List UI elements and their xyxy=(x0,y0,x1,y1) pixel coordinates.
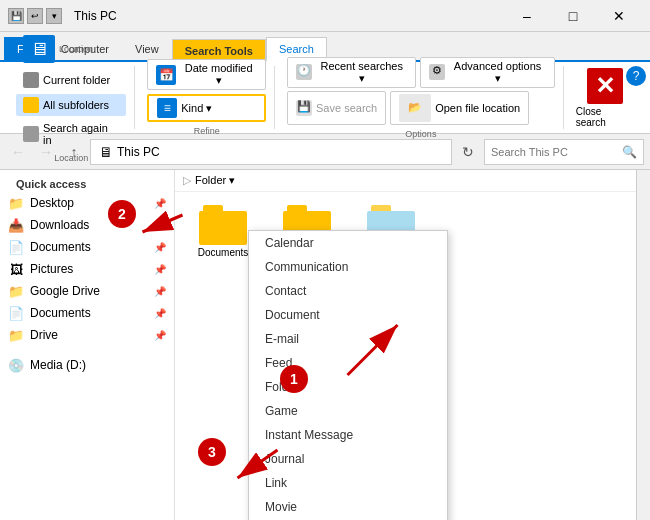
quick-access-header: Quick access xyxy=(0,174,174,192)
scrollbar-vertical[interactable] xyxy=(636,170,650,520)
title-bar-left: 💾 ↩ ▾ This PC xyxy=(8,8,117,24)
sidebar-item-documents[interactable]: 📄 Documents 📌 xyxy=(0,236,174,258)
window-title: This PC xyxy=(74,9,117,23)
file-area-header: ▷ Folder ▾ xyxy=(175,170,636,192)
pin-icon: 📌 xyxy=(154,198,166,209)
options-label: Options xyxy=(405,129,436,139)
dropdown-item-document[interactable]: Document xyxy=(249,303,447,327)
dropdown-item-contact[interactable]: Contact xyxy=(249,279,447,303)
search-bar: 🔍 xyxy=(484,139,644,165)
window-controls: – □ ✕ xyxy=(504,0,642,32)
dropdown-item-movie[interactable]: Movie xyxy=(249,495,447,519)
googledrive-icon: 📁 xyxy=(8,283,24,299)
pin-icon-downloads: 📌 xyxy=(154,220,166,231)
sidebar-item-desktop[interactable]: 📁 Desktop 📌 xyxy=(0,192,174,214)
downloads-icon: 📥 xyxy=(8,217,24,233)
address-bar[interactable]: 🖥 This PC xyxy=(90,139,452,165)
undo-icon[interactable]: ↩ xyxy=(27,8,43,24)
quick-access-toolbar: 💾 ↩ ▾ xyxy=(8,8,62,24)
pin-icon-pics: 📌 xyxy=(154,264,166,275)
dropdown-item-folder[interactable]: Folder xyxy=(249,375,447,399)
sidebar-item-documents2[interactable]: 📄 Documents 📌 xyxy=(0,302,174,324)
dropdown-icon[interactable]: ▾ xyxy=(46,8,62,24)
sidebar-item-pictures[interactable]: 🖼 Pictures 📌 xyxy=(0,258,174,280)
calendar-icon: 📅 xyxy=(156,65,176,85)
current-folder-icon xyxy=(23,72,39,88)
search-icon: 🔍 xyxy=(622,145,637,159)
dropdown-item-calendar[interactable]: Calendar xyxy=(249,231,447,255)
dropdown-item-link[interactable]: Link xyxy=(249,471,447,495)
desktop-icon: 📁 xyxy=(8,195,24,211)
save-icon[interactable]: 💾 xyxy=(8,8,24,24)
search-input[interactable] xyxy=(491,146,618,158)
ribbon-group-options: 🕐 Recent searches ▾ ⚙ Advanced options ▾… xyxy=(279,66,564,129)
location-group-label: Location xyxy=(54,153,88,163)
recent-icon: 🕐 xyxy=(296,64,312,80)
dropdown-item-email[interactable]: E-mail xyxy=(249,327,447,351)
kind-icon: ≡ xyxy=(157,98,177,118)
this-pc-label: Location xyxy=(59,44,93,54)
documents2-icon: 📄 xyxy=(8,305,24,321)
open-folder-icon: 📂 xyxy=(399,94,431,122)
recent-searches-btn[interactable]: 🕐 Recent searches ▾ xyxy=(287,57,416,88)
this-pc-btn[interactable]: 🖥 Location xyxy=(16,32,126,66)
all-subfolders-icon xyxy=(23,97,39,113)
ribbon-content: 🖥 Location Current folder All subfolders… xyxy=(0,62,650,134)
help-btn[interactable]: ? xyxy=(626,66,646,86)
dropdown-item-instantmessage[interactable]: Instant Message xyxy=(249,423,447,447)
search-again-icon xyxy=(23,126,39,142)
title-bar: 💾 ↩ ▾ This PC – □ ✕ xyxy=(0,0,650,32)
this-pc-icon: 🖥 xyxy=(23,35,55,63)
dropdown-item-journal[interactable]: Journal xyxy=(249,447,447,471)
open-file-location-btn[interactable]: 📂 Open file location xyxy=(390,91,529,125)
drive-icon: 📁 xyxy=(8,327,24,343)
kind-dropdown: Calendar Communication Contact Document … xyxy=(248,230,448,520)
pin-icon-drive: 📌 xyxy=(154,330,166,341)
pictures-icon: 🖼 xyxy=(8,261,24,277)
close-button[interactable]: ✕ xyxy=(596,0,642,32)
close-search-icon: ✕ xyxy=(587,68,623,104)
refine-label: Refine xyxy=(194,126,220,136)
pin-icon-gdrive: 📌 xyxy=(154,286,166,297)
minimize-button[interactable]: – xyxy=(504,0,550,32)
kind-btn[interactable]: ≡ Kind ▾ xyxy=(147,94,266,122)
search-again-btn[interactable]: Search again in xyxy=(16,119,126,149)
save-icon: 💾 xyxy=(296,100,312,116)
main-area: Quick access 📁 Desktop 📌 📥 Downloads 📌 📄… xyxy=(0,170,650,520)
advanced-icon: ⚙ xyxy=(429,64,445,80)
refresh-button[interactable]: ↻ xyxy=(456,140,480,164)
sidebar: Quick access 📁 Desktop 📌 📥 Downloads 📌 📄… xyxy=(0,170,175,520)
folder-filter-label: ▷ xyxy=(183,174,191,187)
sidebar-item-media[interactable]: 💿 Media (D:) xyxy=(0,354,174,376)
media-icon: 💿 xyxy=(8,357,24,373)
dropdown-item-feed[interactable]: Feed xyxy=(249,351,447,375)
dropdown-item-communication[interactable]: Communication xyxy=(249,255,447,279)
current-folder-btn[interactable]: Current folder xyxy=(16,69,126,91)
maximize-button[interactable]: □ xyxy=(550,0,596,32)
sidebar-item-drive[interactable]: 📁 Drive 📌 xyxy=(0,324,174,346)
sidebar-item-googledrive[interactable]: 📁 Google Drive 📌 xyxy=(0,280,174,302)
save-search-btn[interactable]: 💾 Save search xyxy=(287,91,386,125)
all-subfolders-btn[interactable]: All subfolders xyxy=(16,94,126,116)
ribbon-group-location: 🖥 Location Current folder All subfolders… xyxy=(8,66,135,129)
pin-icon-docs: 📌 xyxy=(154,242,166,253)
dropdown-item-game[interactable]: Game xyxy=(249,399,447,423)
pin-icon-docs2: 📌 xyxy=(154,308,166,319)
advanced-options-btn[interactable]: ⚙ Advanced options ▾ xyxy=(420,57,554,88)
close-search-label: Close search xyxy=(576,106,634,128)
folder-dropdown-btn[interactable]: Folder ▾ xyxy=(195,174,235,187)
date-modified-btn[interactable]: 📅 Date modified ▾ xyxy=(147,59,266,90)
sidebar-item-downloads[interactable]: 📥 Downloads 📌 xyxy=(0,214,174,236)
tab-view[interactable]: View xyxy=(122,37,172,60)
documents-icon: 📄 xyxy=(8,239,24,255)
ribbon-group-refine: 📅 Date modified ▾ ≡ Kind ▾ Refine xyxy=(139,66,275,129)
